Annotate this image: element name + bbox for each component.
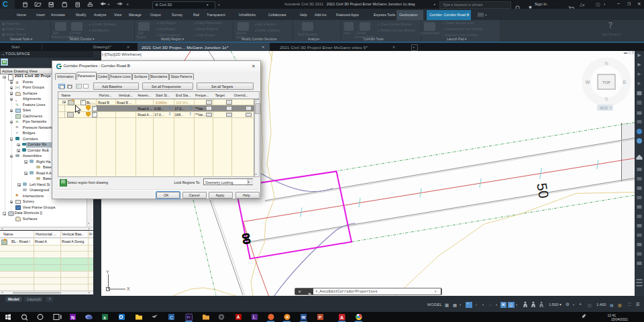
svg-text:X: X [127,286,130,291]
svg-text:15/04/2021: 15/04/2021 [611,317,628,321]
svg-text:A: A [340,315,343,320]
svg-text:S: S [604,96,608,102]
svg-text:50: 50 [534,182,551,199]
svg-text:Pr: Pr [187,315,191,319]
svg-text:A: A [237,315,240,319]
svg-text:x: x [103,315,106,320]
svg-text:▾: ▾ [610,106,611,109]
svg-text:TOP: TOP [602,80,610,85]
svg-text:W: W [302,315,306,319]
svg-text:P: P [319,315,321,319]
svg-text:W: W [585,79,590,85]
svg-text:Y: Y [106,270,109,274]
svg-text:WCS: WCS [600,106,608,110]
svg-text:E: E [623,79,626,85]
svg-text:N: N [604,60,608,66]
svg-text:L: L [253,315,256,319]
svg-text:00: 00 [240,232,253,245]
svg-text:C: C [170,315,174,321]
svg-text:N: N [71,315,74,320]
